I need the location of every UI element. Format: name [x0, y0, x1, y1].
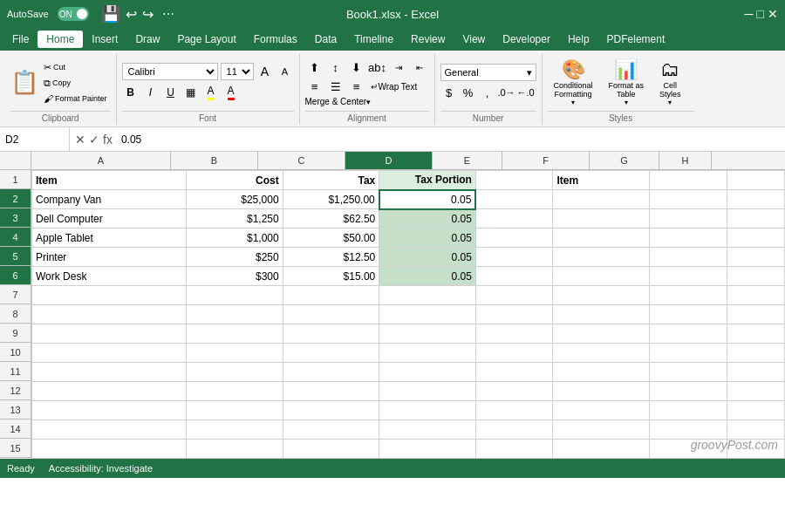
menu-developer[interactable]: Developer [494, 31, 559, 48]
row-header-9[interactable]: 9 [0, 324, 31, 343]
decrease-decimal-button[interactable]: ←.0 [517, 84, 535, 101]
cell-e3[interactable] [475, 209, 553, 228]
cell-f4[interactable] [553, 228, 650, 248]
menu-draw[interactable]: Draw [126, 31, 168, 48]
menu-file[interactable]: File [3, 31, 38, 48]
cell-e2[interactable] [475, 190, 553, 209]
row-header-13[interactable]: 13 [0, 400, 31, 419]
redo-icon[interactable]: ↪ [142, 6, 154, 23]
menu-view[interactable]: View [454, 31, 494, 48]
format-as-table-button[interactable]: 📊 Format asTable ▾ [603, 56, 651, 109]
menu-data[interactable]: Data [306, 31, 345, 48]
align-middle-button[interactable]: ↕ [326, 58, 345, 76]
autosave-toggle[interactable]: ON [58, 7, 89, 21]
font-color-button[interactable]: A [222, 84, 240, 101]
col-header-h[interactable]: H [659, 152, 712, 169]
conditional-formatting-button[interactable]: 🎨 ConditionalFormatting ▾ [548, 56, 599, 109]
cell-h5[interactable] [727, 248, 784, 267]
formula-input[interactable] [118, 133, 785, 146]
cell-g6[interactable] [650, 267, 727, 286]
close-icon[interactable]: ✕ [768, 7, 778, 21]
align-top-button[interactable]: ⬆ [305, 58, 324, 76]
percent-button[interactable]: % [460, 84, 477, 101]
undo-icon[interactable]: ↩ [126, 6, 137, 23]
col-header-a[interactable]: A [31, 152, 171, 169]
menu-help[interactable]: Help [559, 31, 598, 48]
menu-page-layout[interactable]: Page Layout [168, 31, 244, 48]
bold-button[interactable]: B [122, 84, 140, 101]
col-header-f[interactable]: F [502, 152, 590, 169]
cell-d6[interactable]: 0.05 [379, 267, 476, 286]
cell-h3[interactable] [727, 209, 784, 228]
cell-styles-button[interactable]: 🗂 CellStyles ▾ [653, 56, 687, 109]
cell-g4[interactable] [650, 228, 727, 248]
cell-f1[interactable]: Item [553, 171, 650, 190]
row-header-2[interactable]: 2 [0, 189, 31, 208]
col-header-b[interactable]: B [171, 152, 258, 169]
menu-review[interactable]: Review [402, 31, 454, 48]
copy-button[interactable]: ⧉Copy [40, 76, 111, 91]
cell-e6[interactable] [475, 267, 553, 286]
fill-color-button[interactable]: A [202, 84, 220, 101]
border-button[interactable]: ▦ [182, 84, 200, 101]
cell-c4[interactable]: $50.00 [283, 228, 379, 248]
align-left-button[interactable]: ≡ [305, 78, 324, 95]
cell-c2[interactable]: $1,250.00 [283, 190, 379, 209]
increase-decimal-button[interactable]: .0→ [498, 84, 515, 101]
cell-c6[interactable]: $15.00 [283, 267, 379, 286]
row-header-15[interactable]: 15 [0, 439, 31, 458]
insert-function-button[interactable]: fx [103, 133, 113, 147]
cell-b4[interactable]: $1,000 [187, 228, 283, 248]
cell-d4[interactable]: 0.05 [379, 228, 476, 248]
cell-e5[interactable] [475, 248, 553, 267]
cell-e1[interactable] [475, 171, 553, 190]
italic-button[interactable]: I [142, 84, 160, 101]
font-family-select[interactable]: Calibri [122, 63, 218, 80]
cell-a5[interactable]: Printer [32, 248, 187, 267]
menu-pdfelement[interactable]: PDFelement [598, 31, 674, 48]
cell-a2[interactable]: Company Van [32, 190, 187, 209]
number-format-select[interactable]: General ▾ [440, 64, 536, 81]
minimize-icon[interactable]: ─ [745, 7, 754, 21]
cell-f6[interactable] [553, 267, 650, 286]
cell-g5[interactable] [650, 248, 727, 267]
row-header-3[interactable]: 3 [0, 208, 31, 228]
decrease-font-size-button[interactable]: A [276, 63, 294, 80]
menu-insert[interactable]: Insert [83, 31, 126, 48]
underline-button[interactable]: U [162, 84, 180, 101]
cell-c5[interactable]: $12.50 [283, 248, 379, 267]
row-header-12[interactable]: 12 [0, 381, 31, 400]
menu-home[interactable]: Home [38, 31, 83, 48]
cell-g2[interactable] [650, 190, 727, 209]
cell-a4[interactable]: Apple Tablet [32, 228, 187, 248]
customize-icon[interactable]: ⋯ [162, 7, 174, 21]
cell-h6[interactable] [727, 267, 784, 286]
align-bottom-button[interactable]: ⬇ [347, 58, 366, 76]
cell-b2[interactable]: $25,000 [187, 190, 283, 209]
row-header-14[interactable]: 14 [0, 419, 31, 439]
row-header-8[interactable]: 8 [0, 304, 31, 324]
confirm-formula-button[interactable]: ✓ [89, 133, 99, 147]
cut-button[interactable]: ✂Cut [40, 60, 111, 75]
cell-h1[interactable] [727, 171, 784, 190]
row-header-4[interactable]: 4 [0, 228, 31, 247]
wrap-text-button[interactable]: ↵Wrap Text [368, 79, 420, 94]
cell-h4[interactable] [727, 228, 784, 248]
restore-icon[interactable]: □ [757, 7, 764, 21]
col-header-g[interactable]: G [590, 152, 659, 169]
col-header-d[interactable]: D [345, 152, 433, 169]
cell-b1[interactable]: Cost [187, 171, 283, 190]
cell-c1[interactable]: Tax [283, 171, 379, 190]
cell-f3[interactable] [553, 209, 650, 228]
cell-b6[interactable]: $300 [187, 267, 283, 286]
cell-a6[interactable]: Work Desk [32, 267, 187, 286]
cancel-formula-button[interactable]: ✕ [75, 133, 85, 147]
row-header-10[interactable]: 10 [0, 343, 31, 362]
cell-h2[interactable] [727, 190, 784, 209]
cell-d5[interactable]: 0.05 [379, 248, 476, 267]
row-header-5[interactable]: 5 [0, 247, 31, 266]
increase-font-size-button[interactable]: A [256, 63, 274, 80]
cell-g1[interactable] [650, 171, 727, 190]
col-header-c[interactable]: C [258, 152, 345, 169]
cell-a1[interactable]: Item [32, 171, 187, 190]
